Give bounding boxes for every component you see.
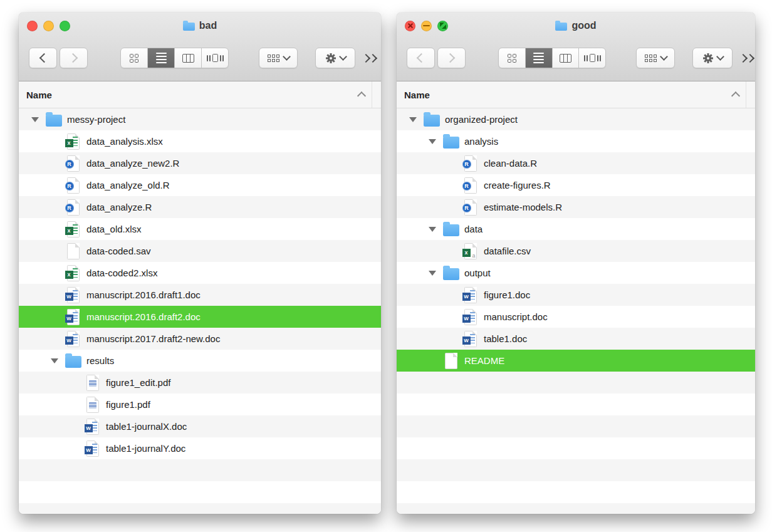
icon-view-button[interactable] xyxy=(499,48,526,68)
column-divider[interactable] xyxy=(372,81,372,108)
indent-spacer xyxy=(25,273,44,273)
disclosure-triangle-icon[interactable] xyxy=(429,271,436,276)
minimize-button[interactable] xyxy=(43,21,54,31)
disclosure-triangle-icon[interactable] xyxy=(429,139,436,144)
file-row[interactable]: data_analyze_new2.R xyxy=(19,152,381,174)
column-view-icon xyxy=(560,54,571,63)
list-view-button[interactable] xyxy=(526,48,553,68)
file-row[interactable]: manuscript.2016.draft2.doc xyxy=(19,306,381,328)
file-name-label: analysis xyxy=(464,136,498,147)
minimize-button[interactable] xyxy=(421,21,432,31)
file-row[interactable]: manuscript.2016.draft1.doc xyxy=(19,284,381,306)
view-segmented-control xyxy=(120,48,229,68)
back-button[interactable] xyxy=(29,48,57,68)
toolbar-overflow-button[interactable] xyxy=(363,55,378,61)
file-row[interactable]: figure1.doc xyxy=(397,284,755,306)
name-column-header[interactable]: Name xyxy=(19,81,381,108)
file-row[interactable]: data_old.xlsx xyxy=(19,218,381,240)
file-name-label: results xyxy=(86,355,114,366)
excel-file-icon xyxy=(65,221,81,237)
disclosure-triangle-icon[interactable] xyxy=(429,227,436,232)
toolbar-overflow-button[interactable] xyxy=(740,55,755,61)
folder-row[interactable]: analysis xyxy=(397,130,755,152)
back-button[interactable] xyxy=(407,48,435,68)
file-row[interactable]: clean-data.R xyxy=(397,152,755,174)
file-row[interactable]: data_analyze_old.R xyxy=(19,174,381,196)
titlebar[interactable]: good xyxy=(397,13,755,39)
indent-spacer xyxy=(403,338,442,339)
file-row[interactable]: table1-journalY.doc xyxy=(19,437,381,459)
window-title-block: good xyxy=(555,20,596,31)
sort-ascending-icon xyxy=(357,91,366,100)
close-button[interactable] xyxy=(405,21,415,31)
file-row[interactable]: figure1_edit.pdf xyxy=(19,372,381,394)
group-by-button[interactable] xyxy=(636,48,675,68)
back-chevron-icon xyxy=(417,53,427,63)
indent-spacer xyxy=(403,316,442,317)
column-view-button[interactable] xyxy=(175,48,202,68)
file-name-label: data-coded.sav xyxy=(86,246,151,256)
file-row[interactable]: data-coded.sav xyxy=(19,240,381,262)
file-name-label: figure1.doc xyxy=(484,289,530,300)
indent-spacer xyxy=(403,273,422,273)
file-name-label: README xyxy=(464,355,504,366)
column-view-button[interactable] xyxy=(553,48,580,68)
close-button[interactable] xyxy=(27,21,38,31)
file-name-label: data xyxy=(464,224,482,234)
zoom-button[interactable] xyxy=(60,21,70,31)
chevron-down-icon xyxy=(283,53,291,61)
indent-spacer xyxy=(25,207,44,207)
disclosure-triangle-icon[interactable] xyxy=(31,117,39,122)
file-row[interactable]: manuscript.2017.draft2-new.doc xyxy=(19,328,381,350)
coverflow-view-button[interactable] xyxy=(202,48,228,68)
file-row[interactable]: estimate-models.R xyxy=(397,196,755,218)
indent-spacer xyxy=(25,163,44,164)
folder-row[interactable]: messy-project xyxy=(19,108,381,130)
file-row[interactable]: data-coded2.xlsx xyxy=(19,262,381,284)
file-row[interactable]: datafile.csv xyxy=(397,240,755,262)
icon-view-button[interactable] xyxy=(121,48,148,68)
file-row[interactable]: README xyxy=(397,350,755,372)
word-file-icon xyxy=(65,331,81,347)
file-row[interactable]: table1-journalX.doc xyxy=(19,415,381,437)
disclosure-triangle-icon[interactable] xyxy=(51,358,58,363)
folder-row[interactable]: data xyxy=(397,218,755,240)
file-row[interactable]: manuscript.doc xyxy=(397,306,755,328)
indent-spacer xyxy=(25,295,44,295)
group-by-button[interactable] xyxy=(259,48,298,68)
folder-row[interactable]: results xyxy=(19,350,381,372)
file-row[interactable]: figure1.pdf xyxy=(19,394,381,415)
titlebar[interactable]: bad xyxy=(19,13,381,39)
indent-spacer xyxy=(25,448,64,449)
file-row[interactable]: data_analysis.xlsx xyxy=(19,130,381,152)
file-row[interactable]: create-figures.R xyxy=(397,174,755,196)
folder-row[interactable]: organized-project xyxy=(397,108,755,130)
name-column-header[interactable]: Name xyxy=(397,81,755,108)
traffic-lights xyxy=(27,13,70,39)
action-menu-button[interactable] xyxy=(692,48,733,68)
window-title: bad xyxy=(199,20,217,31)
folder-row[interactable]: output xyxy=(397,262,755,284)
zoom-button[interactable] xyxy=(437,21,448,31)
r-script-file-icon xyxy=(65,155,81,172)
action-menu-button[interactable] xyxy=(315,48,355,68)
word-file-icon xyxy=(462,287,479,303)
forward-button[interactable] xyxy=(437,48,466,68)
folder-icon xyxy=(442,266,459,280)
coverflow-view-button[interactable] xyxy=(579,48,605,68)
disclosure-triangle-icon[interactable] xyxy=(409,117,417,122)
indent-spacer xyxy=(25,338,44,339)
grid-view-icon xyxy=(508,54,516,63)
file-row[interactable]: data_analyze.R xyxy=(19,196,381,218)
list-view-button[interactable] xyxy=(148,48,175,68)
column-divider[interactable] xyxy=(746,81,746,108)
file-name-label: data_analyze.R xyxy=(86,202,152,212)
indent-spacer xyxy=(403,207,442,207)
forward-button[interactable] xyxy=(60,48,88,68)
file-name-label: table1-journalX.doc xyxy=(106,421,187,432)
file-list: messy-projectdata_analysis.xlsxdata_anal… xyxy=(19,108,381,514)
r-script-file-icon xyxy=(462,155,479,172)
indent-spacer xyxy=(25,185,44,185)
file-row[interactable]: table1.doc xyxy=(397,328,755,350)
finder-window-good: good xyxy=(397,13,755,514)
